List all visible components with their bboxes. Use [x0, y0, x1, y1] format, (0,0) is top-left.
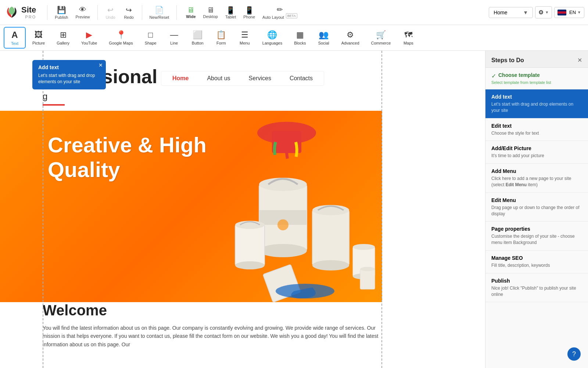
phone-button[interactable]: 📱 Phone: [240, 4, 259, 21]
nav-services[interactable]: Services: [249, 75, 271, 82]
text-tool-label: Text: [11, 41, 18, 46]
step-manage-seo[interactable]: Manage SEO Fill title, description, keyw…: [485, 251, 588, 273]
lang-chevron-icon: ▼: [577, 10, 581, 14]
undo-button[interactable]: ↩ Undo: [101, 4, 120, 21]
page-dropdown[interactable]: Home ▼: [489, 7, 533, 18]
nav-about[interactable]: About us: [207, 75, 230, 82]
phone-label: Phone: [243, 15, 255, 19]
guide-left: [43, 51, 43, 368]
menu-tool-icon: ☰: [241, 30, 248, 40]
tool-gallery[interactable]: ⊞ Gallery: [51, 28, 75, 47]
professional-sub: g: [43, 91, 47, 102]
step-choose-template-name: Choose template: [498, 72, 540, 78]
tablet-button[interactable]: 📱 Tablet: [222, 4, 240, 21]
canvas-nav: Home About us Services Contacts: [161, 71, 324, 86]
redo-button[interactable]: ↪ Redo: [120, 4, 138, 21]
nav-home[interactable]: Home: [172, 75, 189, 82]
tool-button[interactable]: ⬜ Button: [187, 28, 209, 47]
step-add-edit-picture-name: Add/Edit Picture: [491, 145, 531, 151]
hero-line1: Creative & High: [48, 133, 207, 158]
wide-label: Wide: [186, 14, 196, 19]
tool-maps[interactable]: 🗺 Maps: [397, 28, 419, 47]
auto-layout-icon: ✏: [277, 5, 283, 14]
tool-social[interactable]: 👥 Social: [313, 28, 335, 47]
button-tool-label: Button: [192, 41, 204, 45]
tool-blocks[interactable]: ▦ Blocks: [289, 28, 311, 47]
steps-panel: Steps to Do ✕ ✓ Choose template Select t…: [485, 51, 588, 368]
form-tool-icon: 📋: [216, 30, 226, 40]
step-add-menu-name: Add Menu: [491, 168, 516, 174]
nav-contacts[interactable]: Contacts: [290, 75, 313, 82]
desktop-button[interactable]: 🖥 Desktop: [200, 4, 222, 20]
step-edit-text-desc: Choose the style for text: [491, 130, 582, 137]
undo-label: Undo: [105, 15, 115, 20]
svg-rect-20: [360, 269, 375, 289]
tooltip-title: Add text: [38, 64, 100, 70]
menu-tool-label: Menu: [240, 41, 250, 45]
publish-icon: 💾: [57, 6, 66, 14]
tool-shape[interactable]: □ Shape: [140, 28, 162, 47]
tool-line[interactable]: — Line: [163, 28, 185, 47]
step-edit-text[interactable]: Edit text Choose the style for text: [485, 118, 588, 141]
tool-form[interactable]: 📋 Form: [210, 28, 232, 47]
checkmark-icon: ✓: [491, 72, 496, 79]
step-add-edit-picture[interactable]: Add/Edit Picture It's time to add your p…: [485, 141, 588, 164]
steps-header: Steps to Do ✕: [485, 51, 588, 68]
step-page-properties-name: Page properties: [491, 226, 530, 232]
divider-1: [47, 5, 47, 20]
canvas[interactable]: Professional g Home About us Services Co…: [0, 51, 485, 368]
step-publish[interactable]: Publish Nice job! Click "Publish" to pub…: [485, 273, 588, 302]
step-add-menu[interactable]: Add Menu Click here to add a new page to…: [485, 164, 588, 193]
hero-illustration: [191, 111, 382, 302]
tool-advanced[interactable]: ⚙ Advanced: [336, 28, 365, 47]
line-tool-icon: —: [170, 30, 178, 40]
step-edit-text-name: Edit text: [491, 123, 512, 129]
preview-button[interactable]: 👁 Preview: [72, 4, 93, 21]
new-reset-icon: 📄: [155, 6, 164, 14]
blocks-tool-icon: ▦: [296, 30, 304, 40]
text-tool-icon: A: [11, 30, 18, 40]
tool-youtube[interactable]: ▶ YouTube: [76, 28, 102, 47]
svg-point-5: [259, 244, 307, 257]
tool-text[interactable]: A Text: [4, 27, 26, 49]
tool-languages[interactable]: 🌐 Languages: [257, 28, 287, 47]
auto-layout-button[interactable]: ✏ Auto Layout BETA: [259, 4, 301, 21]
tooltip-close-button[interactable]: ✕: [98, 62, 103, 68]
tool-googlemaps[interactable]: 📍 Google Maps: [104, 28, 138, 47]
help-button[interactable]: ?: [567, 347, 581, 361]
step-manage-seo-desc: Fill title, description, keywords: [491, 262, 582, 269]
step-choose-template-sub: Select template from template list: [491, 80, 582, 85]
main-area: Professional g Home About us Services Co…: [0, 51, 588, 368]
step-choose-template[interactable]: ✓ Choose template Select template from t…: [485, 68, 588, 89]
shape-tool-label: Shape: [145, 41, 157, 45]
svg-point-18: [353, 244, 375, 250]
desktop-icon: 🖥: [207, 6, 214, 14]
step-edit-menu-name: Edit Menu: [491, 197, 516, 203]
step-page-properties[interactable]: Page properties Customise the design of …: [485, 222, 588, 251]
step-add-text[interactable]: Add text Let's start with drag and drop …: [485, 89, 588, 118]
tool-picture[interactable]: 🖼 Picture: [27, 28, 50, 47]
advanced-tool-label: Advanced: [341, 41, 359, 45]
publish-button[interactable]: 💾 Publish: [51, 4, 72, 21]
preview-label: Preview: [75, 15, 90, 19]
steps-close-button[interactable]: ✕: [577, 57, 582, 64]
step-edit-menu[interactable]: Edit Menu Drag page up or down to change…: [485, 193, 588, 222]
wide-button[interactable]: 🖥 Wide: [182, 4, 199, 20]
tool-commerce[interactable]: 🛒 Commerce: [366, 28, 396, 47]
step-publish-desc: Nice job! Click "Publish" to publish you…: [491, 285, 582, 298]
step-edit-menu-desc: Drag page up or down to change the order…: [491, 205, 582, 217]
language-button[interactable]: EN ▼: [554, 7, 584, 18]
googlemaps-tool-label: Google Maps: [109, 41, 133, 45]
languages-tool-label: Languages: [262, 41, 282, 45]
welcome-title[interactable]: Welcome: [43, 302, 382, 319]
tool-menu[interactable]: ☰ Menu: [234, 28, 256, 47]
googlemaps-tool-icon: 📍: [116, 30, 126, 40]
chevron-down-icon: ▼: [523, 10, 528, 15]
page-dropdown-label: Home: [494, 10, 507, 15]
new-reset-button[interactable]: 📄 New/Reset: [146, 4, 173, 21]
guide-right: [381, 51, 382, 368]
settings-button[interactable]: ⚙ ▼: [535, 6, 552, 18]
social-tool-label: Social: [318, 41, 329, 45]
picture-tool-label: Picture: [32, 41, 45, 45]
hero-heading[interactable]: Creative & High Quality: [48, 133, 207, 182]
